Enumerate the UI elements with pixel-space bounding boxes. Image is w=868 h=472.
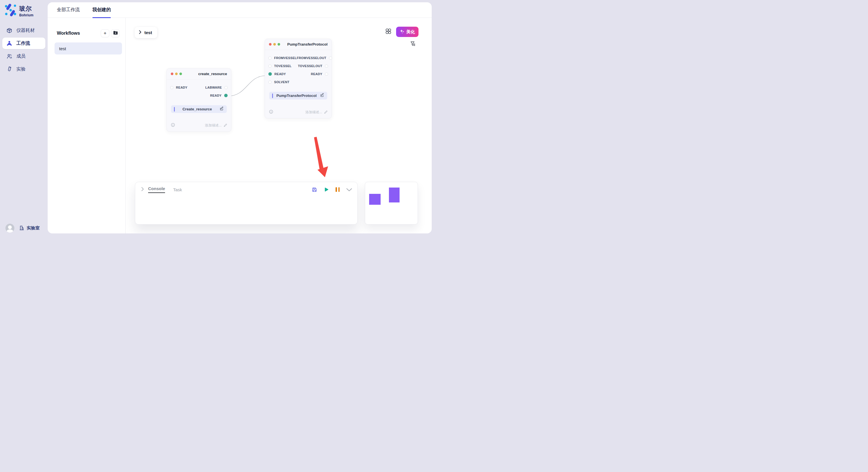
minimap-node-create-resource bbox=[369, 194, 381, 205]
workflow-list-panel: Workflows + bbox=[48, 18, 126, 233]
sidebar-item-instruments[interactable]: 仪器耗材 bbox=[2, 25, 45, 36]
sparkles-icon bbox=[400, 29, 405, 35]
output-port-labware[interactable]: LABWARE bbox=[205, 86, 228, 89]
brand-name-zh: 玻尔 bbox=[19, 5, 33, 12]
sidebar-item-label: 成员 bbox=[17, 53, 26, 59]
workflow-icon bbox=[6, 40, 12, 46]
pencil-icon bbox=[324, 110, 328, 115]
info-icon[interactable] bbox=[269, 109, 273, 115]
flow-canvas[interactable]: test 美化 bbox=[126, 18, 432, 233]
brand-logo[interactable]: 玻尔 Bohrium bbox=[0, 0, 48, 17]
add-workflow-button[interactable]: + bbox=[101, 29, 110, 37]
node-action-pill[interactable]: PumpTransferProtocol bbox=[269, 92, 327, 100]
port-circle-connected-icon[interactable] bbox=[268, 72, 272, 76]
console-panel: Console Task bbox=[135, 182, 358, 225]
avatar[interactable] bbox=[5, 224, 14, 233]
app-root: 玻尔 Bohrium 仪器耗材 bbox=[0, 0, 434, 236]
breadcrumb[interactable]: test bbox=[135, 27, 157, 38]
save-button[interactable] bbox=[312, 187, 317, 193]
port-circle-icon[interactable] bbox=[268, 65, 272, 68]
main-panel: 全部工作流 我创建的 Workflows + bbox=[48, 2, 432, 233]
minimap[interactable] bbox=[365, 182, 418, 225]
filter-button[interactable] bbox=[409, 40, 416, 47]
tab-created-by-me[interactable]: 我创建的 bbox=[92, 2, 111, 18]
output-port-fromvesselout[interactable]: FROMVESSELOUT bbox=[297, 56, 332, 60]
output-port-tovesselout[interactable]: TOVESSELOUT bbox=[298, 64, 328, 68]
sidebar-item-label: 仪器耗材 bbox=[17, 28, 35, 34]
node-action-pill[interactable]: Create_resource bbox=[171, 105, 227, 113]
beautify-label: 美化 bbox=[406, 29, 415, 35]
workflow-tabbar: 全部工作流 我创建的 bbox=[48, 2, 432, 18]
folder-download-icon bbox=[113, 31, 118, 36]
edge-create-to-pump bbox=[228, 76, 266, 96]
port-circle-icon[interactable] bbox=[268, 57, 272, 60]
node-header: PumpTransferProtocol bbox=[265, 39, 332, 50]
sidebar-item-label: 实验 bbox=[17, 66, 26, 72]
node-pump-transfer-protocol[interactable]: PumpTransferProtocol FROMVESSEL FROMVESS… bbox=[265, 39, 332, 119]
command-grid-icon bbox=[385, 28, 392, 35]
lab-switcher[interactable]: 实验室 bbox=[19, 225, 40, 231]
minimap-node-pump bbox=[389, 188, 400, 202]
workflow-list-item-test[interactable]: test bbox=[55, 42, 122, 55]
input-port-ready[interactable]: READY bbox=[268, 72, 286, 76]
sidebar-menu: 仪器耗材 工作流 bbox=[0, 25, 48, 75]
dot-green-icon bbox=[278, 43, 280, 45]
port-circle-icon[interactable] bbox=[170, 86, 174, 89]
dot-yellow-icon bbox=[273, 43, 276, 45]
input-port-ready[interactable]: READY bbox=[170, 86, 187, 89]
edit-icon[interactable] bbox=[320, 93, 324, 98]
expand-chevron-down-icon[interactable] bbox=[346, 188, 352, 192]
lab-label: 实验室 bbox=[27, 225, 40, 231]
edit-icon[interactable] bbox=[220, 106, 224, 112]
port-circle-icon[interactable] bbox=[325, 72, 328, 76]
add-description[interactable]: 添加描述... bbox=[205, 123, 227, 128]
brand-name-en: Bohrium bbox=[19, 13, 33, 17]
node-title: create_resource bbox=[198, 72, 227, 76]
output-port-ready[interactable]: READY bbox=[210, 94, 228, 97]
dot-yellow-icon bbox=[175, 72, 178, 75]
plus-icon: + bbox=[104, 31, 106, 36]
collapse-chevron-icon[interactable] bbox=[141, 187, 144, 193]
pause-button[interactable] bbox=[336, 187, 340, 192]
port-circle-connected-icon[interactable] bbox=[224, 94, 228, 97]
port-circle-icon[interactable] bbox=[224, 86, 228, 89]
run-button[interactable] bbox=[324, 187, 329, 192]
output-port-ready[interactable]: READY bbox=[311, 72, 328, 76]
port-circle-icon[interactable] bbox=[325, 65, 328, 68]
add-description[interactable]: 添加描述... bbox=[305, 110, 328, 115]
sidebar-item-workflows[interactable]: 工作流 bbox=[2, 38, 45, 49]
info-icon[interactable] bbox=[171, 123, 175, 128]
dot-green-icon bbox=[179, 72, 182, 75]
node-title: PumpTransferProtocol bbox=[287, 42, 328, 46]
pencil-icon bbox=[224, 123, 227, 128]
console-tab-task[interactable]: Task bbox=[173, 187, 182, 192]
layout-grid-button[interactable] bbox=[384, 28, 392, 35]
package-icon bbox=[6, 28, 12, 34]
import-folder-button[interactable] bbox=[111, 29, 120, 37]
node-create-resource[interactable]: create_resource READY LABWARE bbox=[166, 68, 231, 132]
tab-all-workflows[interactable]: 全部工作流 bbox=[57, 2, 80, 18]
sidebar-footer: 实验室 bbox=[0, 224, 48, 233]
chevron-right-icon bbox=[138, 30, 142, 35]
workflow-list-title: Workflows bbox=[57, 31, 80, 36]
console-tab-console[interactable]: Console bbox=[148, 186, 165, 193]
node-header: create_resource bbox=[167, 69, 231, 79]
sidebar-item-members[interactable]: 成员 bbox=[2, 50, 45, 62]
input-port-fromvessel[interactable]: FROMVESSEL bbox=[268, 56, 297, 60]
red-annotation-arrow bbox=[314, 137, 328, 177]
breadcrumb-label: test bbox=[144, 30, 152, 35]
traffic-light-dots bbox=[171, 72, 182, 75]
members-icon bbox=[6, 53, 12, 59]
beautify-button[interactable]: 美化 bbox=[396, 27, 418, 37]
run-icon bbox=[324, 187, 329, 192]
save-icon bbox=[312, 187, 317, 193]
bohrium-logo-icon bbox=[4, 4, 17, 16]
input-port-solvent[interactable]: SOLVENT bbox=[268, 80, 289, 84]
port-circle-icon[interactable] bbox=[329, 57, 332, 60]
dot-red-icon bbox=[269, 43, 272, 45]
input-port-tovessel[interactable]: TOVESSEL bbox=[268, 64, 291, 68]
building-icon bbox=[19, 225, 24, 231]
sidebar-item-experiments[interactable]: 实验 bbox=[2, 63, 45, 75]
port-circle-icon[interactable] bbox=[268, 80, 272, 84]
traffic-light-dots bbox=[269, 43, 280, 45]
